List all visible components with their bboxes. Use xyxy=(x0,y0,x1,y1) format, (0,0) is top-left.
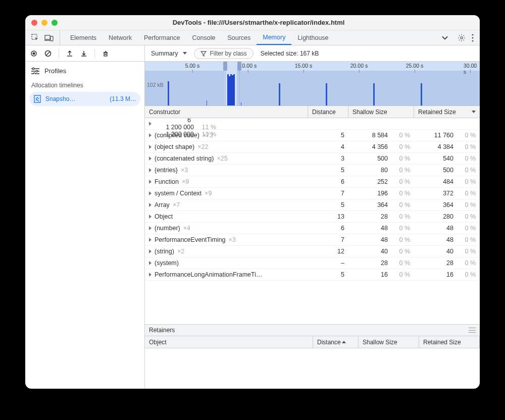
table-row[interactable]: system / Context×971960 %3720 % xyxy=(145,188,480,199)
table-row[interactable]: {entries}×35800 %5000 % xyxy=(145,165,480,176)
table-row[interactable]: (system)–280 %280 % xyxy=(145,257,480,269)
device-icon[interactable] xyxy=(44,34,54,41)
snapshot-item[interactable]: Snapsho… (11.3 M… xyxy=(29,92,140,106)
svg-rect-1 xyxy=(45,35,50,39)
timeline-tick: 20.00 s xyxy=(350,63,368,69)
tab-elements[interactable]: Elements xyxy=(64,30,103,45)
expand-caret[interactable] xyxy=(149,168,152,172)
gear-icon[interactable] xyxy=(458,34,466,42)
table-row[interactable]: Array×753640 %3640 % xyxy=(145,199,480,211)
table-row[interactable]: (compiled code)×7258 5840 %11 7600 % xyxy=(145,130,480,141)
retainers-header[interactable]: Retainers xyxy=(145,324,480,336)
clear-icon[interactable] xyxy=(44,50,52,57)
th-distance[interactable]: Distance xyxy=(308,106,348,118)
filter-button[interactable]: Filter by class xyxy=(194,48,253,59)
upload-icon[interactable] xyxy=(66,50,73,57)
allocation-timeline[interactable]: 5.00 s10.00 s15.00 s20.00 s25.00 s30.00 … xyxy=(145,62,480,106)
snapshot-name: Snapsho… xyxy=(45,95,106,102)
constructors-table: Constructor Distance Shallow Size Retain… xyxy=(145,106,480,324)
timeline-tick: 25.00 s xyxy=(406,63,423,69)
chevron-down-icon xyxy=(183,52,187,55)
sliders-icon xyxy=(31,67,39,74)
th-retained[interactable]: Retained Size xyxy=(414,106,480,118)
svg-point-4 xyxy=(461,36,463,38)
profiles-section[interactable]: Profiles xyxy=(25,62,144,80)
table-row[interactable]: ×1000061 200 00011 %1 200 00011 % xyxy=(145,118,480,130)
rth-shallow[interactable]: Shallow Size xyxy=(359,336,419,348)
expand-caret[interactable] xyxy=(149,156,152,161)
th-constructor[interactable]: Constructor xyxy=(145,106,308,118)
sort-asc-icon xyxy=(342,341,346,343)
expand-caret[interactable] xyxy=(149,226,152,230)
svg-rect-3 xyxy=(50,36,53,41)
titlebar: DevTools - file:///Users/stmarthe/x-repl… xyxy=(25,15,480,30)
svg-rect-12 xyxy=(104,52,107,56)
table-row[interactable]: Function×962520 %4840 % xyxy=(145,176,480,188)
hamburger-icon[interactable] xyxy=(469,328,476,333)
timeline-handle-left[interactable] xyxy=(223,62,228,106)
th-shallow[interactable]: Shallow Size xyxy=(348,106,414,118)
retainers-body xyxy=(145,348,480,389)
tab-network[interactable]: Network xyxy=(103,30,138,45)
expand-caret[interactable] xyxy=(149,133,152,137)
tab-lighthouse[interactable]: Lighthouse xyxy=(291,30,334,45)
svg-point-19 xyxy=(36,70,38,72)
window-title: DevTools - file:///Users/stmarthe/x-repl… xyxy=(64,19,474,26)
svg-point-5 xyxy=(472,34,474,35)
record-icon[interactable] xyxy=(30,50,37,57)
minimize-dot[interactable] xyxy=(41,20,47,26)
expand-caret[interactable] xyxy=(149,238,152,242)
rth-distance[interactable]: Distance xyxy=(313,336,359,348)
timeline-tick: 5.00 s xyxy=(185,63,200,69)
retainers-title: Retainers xyxy=(149,327,175,334)
view-dropdown[interactable]: Summary xyxy=(151,50,187,57)
expand-caret[interactable] xyxy=(149,215,152,219)
more-tabs-icon[interactable] xyxy=(438,34,451,41)
rth-object[interactable]: Object xyxy=(145,336,313,348)
zoom-dot[interactable] xyxy=(52,20,58,26)
traffic-lights xyxy=(31,20,58,26)
expand-caret[interactable] xyxy=(149,249,152,253)
table-row[interactable]: (number)×46480 %480 % xyxy=(145,223,480,234)
tab-strip: ElementsNetworkPerformanceConsoleSources… xyxy=(25,30,480,45)
tab-performance[interactable]: Performance xyxy=(138,30,186,45)
svg-line-11 xyxy=(46,51,50,56)
close-dot[interactable] xyxy=(31,20,37,26)
snapshot-meta: (11.3 M… xyxy=(110,95,136,102)
sidebar: Profiles Allocation timelines Snapsho… (… xyxy=(25,62,145,389)
table-row[interactable]: (concatenated string)×2535000 %5400 % xyxy=(145,153,480,165)
expand-caret[interactable] xyxy=(149,145,152,149)
timeline-tick: 15.00 s xyxy=(295,63,312,69)
tab-memory[interactable]: Memory xyxy=(257,30,291,45)
table-row[interactable]: (object shape)×2244 3560 %4 3840 % xyxy=(145,141,480,153)
svg-rect-21 xyxy=(34,95,40,102)
devtools-window: DevTools - file:///Users/stmarthe/x-repl… xyxy=(25,15,480,389)
profiles-label: Profiles xyxy=(44,67,66,75)
expand-caret[interactable] xyxy=(149,122,152,126)
download-icon[interactable] xyxy=(80,50,87,57)
timeline-handle-right[interactable] xyxy=(237,62,242,106)
table-row[interactable]: Object13280 %2800 % xyxy=(145,211,480,223)
table-row[interactable]: PerformanceLongAnimationFrameTi…5160 %16… xyxy=(145,269,480,281)
selected-size: Selected size: 167 kB xyxy=(261,50,319,57)
expand-caret[interactable] xyxy=(149,180,152,184)
expand-caret[interactable] xyxy=(149,261,152,265)
expand-caret[interactable] xyxy=(149,273,152,277)
snapshot-icon xyxy=(33,95,41,103)
expand-caret[interactable] xyxy=(149,203,152,207)
table-row[interactable]: (string)×212400 %400 % xyxy=(145,246,480,257)
tab-console[interactable]: Console xyxy=(186,30,222,45)
tab-sources[interactable]: Sources xyxy=(221,30,257,45)
sort-desc-icon xyxy=(472,111,476,113)
rth-retained[interactable]: Retained Size xyxy=(419,336,480,348)
memory-toolbar: Summary Filter by class Selected size: 1… xyxy=(25,45,480,62)
filter-label: Filter by class xyxy=(210,50,246,57)
table-row[interactable]: PerformanceEventTiming×37480 %480 % xyxy=(145,234,480,246)
gc-icon[interactable] xyxy=(102,50,109,57)
inspect-icon[interactable] xyxy=(31,34,39,42)
expand-caret[interactable] xyxy=(149,191,152,195)
svg-point-18 xyxy=(32,68,34,70)
kebab-icon[interactable] xyxy=(472,34,474,42)
svg-point-9 xyxy=(33,52,35,55)
svg-point-20 xyxy=(33,73,35,74)
